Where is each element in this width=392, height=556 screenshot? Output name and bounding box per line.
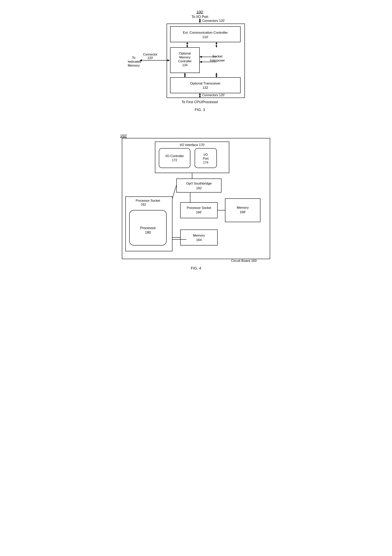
svg-marker-29: [199, 96, 201, 98]
fig4-container: 150' Circuit Board 160 I/O Interface 170…: [102, 132, 290, 272]
fig3-ext-comm-label: Ext. Communication Controller: [183, 31, 228, 34]
svg-marker-6: [186, 42, 188, 44]
fig4-io-port-label2: Port: [203, 157, 209, 160]
svg-marker-21: [184, 73, 186, 75]
fig3-opt-mem-label2: Memory: [179, 56, 191, 59]
fig3-to-first-cpu: To First CPU/Processor: [182, 100, 218, 104]
fig4-proc-socket-162-num: 162: [141, 203, 146, 206]
fig3-ext-comm-num: 110': [202, 35, 208, 39]
fig4-io-interface-label: I/O Interface 170: [180, 143, 205, 147]
svg-marker-22: [184, 76, 186, 77]
fig4-title: FIG. 4: [191, 266, 201, 270]
fig3-connector-left2: 120': [147, 56, 153, 60]
fig3-opt-mem-label1: Optional: [179, 52, 191, 55]
fig3-connectors-top: Connectors 120': [202, 19, 225, 22]
fig4-memory-168-num: 168': [240, 210, 246, 214]
fig4-circuit-board-label: Circuit Board 160: [231, 259, 257, 263]
fig4-io-port-label: I/O: [204, 153, 208, 156]
fig4-diagram: 150' Circuit Board 160 I/O Interface 170…: [116, 132, 276, 272]
svg-marker-2: [199, 21, 201, 23]
svg-line-39: [172, 185, 177, 199]
fig4-io-controller-label: I/O Controller: [165, 154, 184, 158]
svg-rect-45: [180, 230, 217, 245]
svg-marker-15: [215, 42, 217, 44]
fig3-transceiver-label: Optional Transceiver: [190, 82, 221, 85]
fig3-connectors-bottom: Connectors 120': [202, 93, 225, 97]
fig3-transceiver-num: 132: [203, 86, 208, 90]
svg-marker-7: [186, 46, 188, 47]
svg-rect-23: [170, 77, 240, 93]
svg-rect-32: [159, 148, 190, 168]
fig3-to-dedicated-memory1: To: [132, 56, 135, 60]
svg-marker-1: [199, 18, 201, 20]
fig4-memory-168-label: Memory: [237, 206, 249, 209]
fig3-ref: 100': [196, 10, 203, 14]
svg-marker-19: [215, 76, 217, 77]
svg-marker-16: [215, 46, 217, 47]
fig4-proc-socket-162-label1: Processor Socket: [136, 199, 160, 202]
fig3-to-dedicated-memory2: Dedicated: [128, 60, 141, 63]
fig3-opt-mem-label3: Controller: [178, 60, 192, 63]
svg-marker-18: [215, 73, 217, 75]
fig4-southbridge-label: Opt'l Southbridge: [186, 182, 212, 185]
svg-marker-11: [200, 56, 202, 58]
fig4-io-port-num: 174: [203, 161, 208, 164]
svg-rect-34: [177, 179, 221, 192]
fig4-processor-label: Processor: [140, 226, 156, 230]
fig4-ref: 150': [120, 134, 127, 138]
fig4-proc-socket-166-num: 166': [196, 211, 202, 214]
fig4-io-controller-num: 172: [172, 158, 177, 162]
fig4-southbridge-num: 182: [196, 186, 202, 190]
fig3-container: 100' To I/O Port Connectors 120' Ext. Co…: [102, 8, 290, 121]
svg-rect-37: [125, 197, 172, 251]
fig3-to-io-port: To I/O Port: [192, 15, 208, 19]
fig4-memory-164-num: 164: [196, 238, 202, 242]
svg-marker-26: [167, 59, 170, 61]
fig3-title: FIG. 3: [195, 108, 205, 112]
fig3-socket-interposer: Socket: [212, 54, 223, 58]
page: 100' To I/O Port Connectors 120' Ext. Co…: [102, 8, 290, 272]
fig4-processor-num: 180: [145, 231, 151, 234]
fig3-diagram: 100' To I/O Port Connectors 120' Ext. Co…: [128, 8, 264, 121]
fig3-to-dedicated-memory3: Memory: [128, 64, 140, 67]
fig4-memory-164-label: Memory: [193, 234, 205, 237]
svg-marker-13: [200, 61, 202, 63]
svg-rect-41: [180, 202, 217, 218]
fig3-connector-left1: Connector: [143, 53, 157, 56]
svg-marker-28: [199, 93, 201, 95]
fig4-proc-socket-166-label: Processor Socket: [187, 206, 211, 209]
fig3-opt-mem-num: 134: [182, 63, 188, 67]
